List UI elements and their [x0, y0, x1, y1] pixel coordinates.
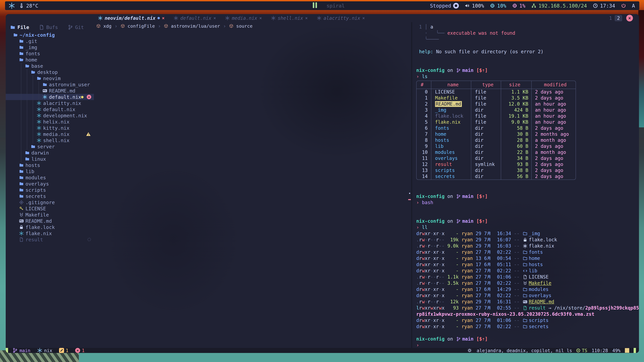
- error-count-segment[interactable]: ×1: [75, 348, 84, 353]
- folder-icon: [19, 39, 24, 43]
- tree-item[interactable]: astronvim_user: [6, 81, 94, 88]
- tree-item[interactable]: .gitignore: [6, 199, 94, 205]
- wallpaper-right-sliver: [638, 10, 644, 127]
- gpu-module[interactable]: 10%: [490, 3, 506, 9]
- keyboard-layout[interactable]: A: [632, 3, 635, 9]
- tree-item[interactable]: development.nix: [6, 112, 94, 119]
- tree-item[interactable]: modules: [6, 174, 94, 181]
- tree-item-label: default.nix: [43, 107, 75, 112]
- modified-count-segment[interactable]: 1: [59, 348, 68, 353]
- media-title: spiral: [326, 3, 345, 9]
- tree-item[interactable]: .git: [6, 38, 94, 44]
- editor-pane[interactable]: xdg›configFile›astronvim/lua/user›source: [94, 22, 411, 348]
- buffer-tab[interactable]: shell.nix×: [268, 14, 311, 22]
- tree-item[interactable]: LICENSE: [6, 205, 94, 212]
- breadcrumb-segment: astronvim/lua/user: [171, 23, 220, 29]
- pending-ring-icon: [88, 238, 91, 241]
- temperature-module[interactable]: 28°C: [19, 3, 38, 9]
- tree-item[interactable]: secrets: [6, 193, 94, 199]
- tree-item[interactable]: linux: [6, 156, 94, 162]
- clock-module[interactable]: 17:34: [593, 3, 615, 9]
- cpu-module[interactable]: 1%: [512, 3, 526, 9]
- lsp-clients: alejandra, deadnix, copilot, nil_ls: [477, 348, 572, 353]
- tab-close-icon[interactable]: ×: [162, 15, 164, 21]
- tree-item[interactable]: flake.nix: [6, 230, 94, 237]
- tree-item[interactable]: _img: [6, 44, 94, 50]
- tabpage-1[interactable]: 1: [609, 15, 612, 21]
- terminal-line: › ls: [416, 73, 639, 80]
- file-name: home: [435, 131, 471, 137]
- tab-close-icon[interactable]: ×: [362, 15, 365, 21]
- explorer-tab-file[interactable]: File: [10, 24, 29, 30]
- power-icon[interactable]: [621, 3, 626, 8]
- tree-item[interactable]: README.md: [6, 218, 94, 224]
- tab-close-icon[interactable]: ×: [305, 15, 308, 21]
- tree-item[interactable]: Makefile: [6, 212, 94, 218]
- tree-item[interactable]: default.nix×: [6, 94, 94, 100]
- tree-item[interactable]: ~/nix-config: [6, 32, 94, 38]
- tree-item[interactable]: server: [6, 143, 94, 150]
- tree-item[interactable]: overlays: [6, 181, 94, 187]
- tree-item[interactable]: helix.nix: [6, 119, 94, 125]
- tree-item-label: astronvim_user: [49, 82, 90, 87]
- tree-item[interactable]: result: [6, 237, 94, 243]
- tree-item[interactable]: hosts: [6, 162, 94, 168]
- terminal-line: 1 │ a: [416, 24, 639, 30]
- tree-item[interactable]: shell.nix: [6, 137, 94, 143]
- explorer-tab-bufs[interactable]: Bufs: [39, 24, 58, 30]
- tabpage-2[interactable]: 2: [615, 15, 622, 21]
- close-icon[interactable]: ×: [626, 15, 633, 21]
- media-pause-icon[interactable]: [313, 2, 318, 9]
- player-status-module[interactable]: Stopped: [430, 3, 459, 9]
- scroll-percent: 49%: [612, 348, 620, 353]
- buffer-tab[interactable]: alacritty.nix×: [314, 14, 368, 22]
- file-name: modules: [529, 286, 548, 293]
- explorer-tab-git[interactable]: Git: [68, 24, 84, 30]
- tree-item[interactable]: scripts: [6, 187, 94, 193]
- tree-item[interactable]: darwin: [6, 150, 94, 156]
- tree-item-label: .git: [26, 38, 37, 44]
- tab-close-icon[interactable]: ×: [214, 15, 216, 21]
- tree-item[interactable]: neovim: [6, 75, 94, 81]
- tree-item[interactable]: alacritty.nix: [6, 100, 94, 106]
- doc-icon: [523, 306, 528, 310]
- tab-close-icon[interactable]: ×: [259, 15, 262, 21]
- git-branch-segment[interactable]: main: [12, 348, 30, 353]
- tree-item[interactable]: flake.lock: [6, 224, 94, 230]
- tree-item[interactable]: default.nix: [6, 106, 94, 112]
- tree-item-label: Makefile: [26, 212, 49, 218]
- ll-entry: lrwxrwxrwx 93 ryan 27 7 02:55 -- result …: [416, 305, 639, 311]
- network-module[interactable]: 192.168.5.100/24: [531, 3, 587, 9]
- terminal-pane[interactable]: 1 │ a · ╰── executable was not found ╰──…: [412, 22, 639, 348]
- tree-item-label: alacritty.nix: [43, 100, 81, 106]
- buffer-tab[interactable]: default.nix×: [170, 14, 219, 22]
- tree-item[interactable]: kitty.nix: [6, 125, 94, 131]
- ll-entry: drwxr-xr-x - ryan 27 7 02:22 -- secrets: [416, 324, 639, 330]
- file-name: flake.lock: [529, 237, 557, 243]
- explorer-tab-label: Bufs: [46, 24, 58, 30]
- tree-item[interactable]: media.nix: [6, 131, 94, 137]
- table-row: 1Makefilefile3.5 KB2 days ago: [416, 95, 576, 101]
- statusline: main nix 1 ×1 alejandra, deadnix, copilo…: [6, 348, 639, 353]
- filetype-label: nix: [44, 348, 52, 353]
- folder2-icon: [523, 256, 528, 261]
- ip-address: 192.168.5.100/24: [538, 3, 587, 9]
- table-row: 3_imgdir424 Ban hour ago: [416, 107, 576, 113]
- tree-item[interactable]: lib: [6, 168, 94, 174]
- tree-item[interactable]: home: [6, 57, 94, 63]
- time-value: 17:34: [600, 3, 615, 9]
- speaker-icon: [464, 3, 470, 8]
- folder-icon: [25, 150, 30, 155]
- buffer-tab[interactable]: media.nix×: [222, 14, 265, 22]
- stop-icon: [453, 3, 459, 8]
- tree-item[interactable]: desktop: [6, 69, 94, 75]
- tree-item[interactable]: base: [6, 63, 94, 69]
- terminal-line: ╰────: [416, 36, 639, 42]
- snow-icon: [36, 132, 42, 137]
- gpu-value: 10%: [497, 3, 506, 9]
- tree-item[interactable]: fonts: [6, 50, 94, 57]
- buffer-tab[interactable]: neovim/default.nix×: [94, 14, 168, 22]
- tree-item[interactable]: README.md: [6, 88, 94, 94]
- folder-icon: [19, 45, 24, 50]
- volume-module[interactable]: 100%: [464, 3, 484, 9]
